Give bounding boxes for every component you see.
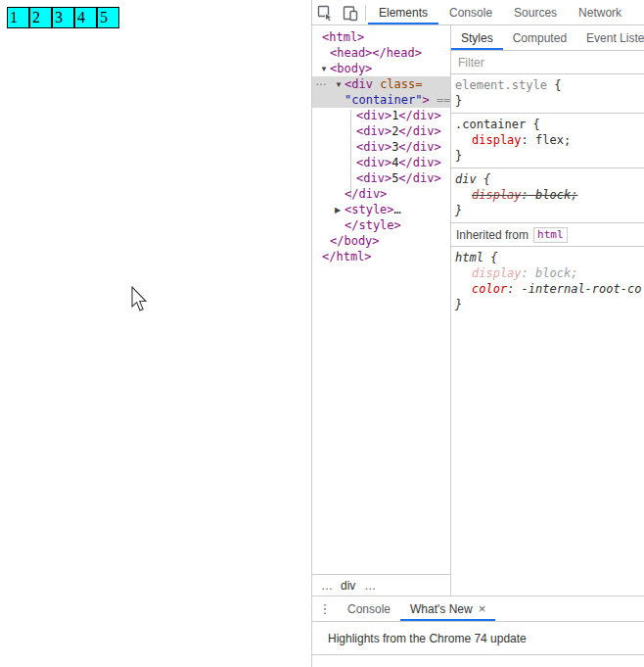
dom-token-tag: <div bbox=[345, 77, 380, 91]
drawer-tab-whats-new[interactable]: What's New × bbox=[400, 596, 495, 621]
dom-token-tag: <div> bbox=[356, 171, 391, 185]
tab-styles[interactable]: Styles bbox=[451, 25, 503, 50]
collapse-arrow-icon[interactable]: ▼ bbox=[320, 62, 330, 76]
mouse-cursor-icon bbox=[130, 286, 148, 312]
breadcrumb-node-div[interactable]: div bbox=[341, 579, 355, 593]
breadcrumb: … div … bbox=[312, 574, 450, 596]
dom-tree-row[interactable]: ▶<style>… bbox=[312, 202, 450, 217]
rule-div-user-agent[interactable]: div { display: block; } bbox=[451, 168, 644, 223]
dom-token-tag: </div> bbox=[345, 187, 387, 201]
css-declaration[interactable]: display: flex; bbox=[455, 132, 642, 148]
dom-token-tag: <div> bbox=[356, 156, 391, 169]
dom-tree: <html><head></head>▼<body>…▼<div class="… bbox=[312, 25, 450, 574]
inherited-from-bar: Inherited from html bbox=[451, 223, 644, 247]
dom-tree-row[interactable]: <div>5</div> bbox=[312, 170, 450, 186]
dom-token-tag: </div> bbox=[398, 140, 440, 154]
kebab-menu-icon[interactable]: ⋮ bbox=[312, 601, 338, 616]
dom-token-tag: <head></head> bbox=[330, 46, 422, 60]
elements-panel: <html><head></head>▼<body>…▼<div class="… bbox=[312, 25, 450, 596]
breadcrumb-ellipsis[interactable]: … bbox=[355, 579, 384, 593]
drawer-tab-console[interactable]: Console bbox=[338, 596, 400, 621]
css-selector: html bbox=[455, 251, 483, 264]
dom-token-tag: <html> bbox=[322, 30, 364, 44]
tab-event-listeners[interactable]: Event Listeners bbox=[576, 25, 644, 50]
flex-box-3: 3 bbox=[52, 7, 74, 28]
drawer: ⋮ Console What's New × Highlights from t… bbox=[312, 596, 644, 667]
tab-elements[interactable]: Elements bbox=[368, 0, 438, 24]
dom-token-tag: </style> bbox=[345, 218, 401, 232]
styles-filter-row bbox=[451, 51, 644, 74]
dom-tree-row[interactable]: "container"> == $0 bbox=[312, 92, 450, 108]
css-selector: element.style bbox=[455, 78, 547, 92]
dom-tree-row[interactable]: <head></head> bbox=[312, 45, 450, 61]
dom-token-tag: </html> bbox=[322, 250, 372, 263]
devtools-toolbar: Elements Console Sources Network bbox=[312, 0, 644, 25]
tab-network[interactable]: Network bbox=[568, 0, 632, 24]
css-selector: div bbox=[455, 172, 477, 186]
device-toolbar-icon[interactable] bbox=[338, 0, 363, 24]
dom-tree-row[interactable]: </style> bbox=[312, 217, 450, 233]
dom-token-tag: <body> bbox=[330, 62, 372, 75]
dom-token-tag: <div> bbox=[356, 124, 391, 138]
dom-tree-row[interactable]: ▼<body> bbox=[312, 61, 450, 76]
css-declaration-overridden[interactable]: display: block; bbox=[455, 187, 642, 203]
dom-tree-row[interactable]: <div>4</div> bbox=[312, 155, 450, 170]
close-icon[interactable]: × bbox=[479, 602, 486, 615]
dom-token-gray: == $0 bbox=[430, 93, 450, 107]
dom-token-tag: <style> bbox=[345, 203, 394, 216]
tab-sources[interactable]: Sources bbox=[503, 0, 568, 24]
rule-html-user-agent[interactable]: html { display: block; color: -internal-… bbox=[451, 247, 644, 316]
dom-token-tag: </div> bbox=[398, 124, 440, 138]
drawer-tab-bar: ⋮ Console What's New × bbox=[312, 596, 644, 622]
dom-token-tag: <div> bbox=[356, 109, 391, 122]
expand-arrow-icon[interactable]: ▶ bbox=[335, 203, 345, 217]
flex-box-5: 5 bbox=[97, 7, 119, 28]
dom-token-val: "container" bbox=[345, 93, 422, 107]
whats-new-header: Highlights from the Chrome 74 update bbox=[312, 622, 644, 655]
toolbar-separator bbox=[365, 5, 366, 21]
dom-tree-row[interactable]: </html> bbox=[312, 249, 450, 264]
css-selector: .container bbox=[455, 118, 526, 131]
devtools-main: <html><head></head>▼<body>…▼<div class="… bbox=[312, 25, 644, 596]
more-actions-icon[interactable]: … bbox=[315, 76, 326, 89]
styles-filter-input[interactable] bbox=[451, 56, 644, 70]
devtools-panel: Elements Console Sources Network <html><… bbox=[311, 0, 644, 667]
tab-console[interactable]: Console bbox=[438, 0, 503, 24]
rule-container[interactable]: .container { display: flex; } bbox=[451, 114, 644, 168]
flex-box-4: 4 bbox=[74, 7, 97, 28]
collapse-arrow-icon[interactable]: ▼ bbox=[335, 77, 345, 92]
dom-token-tag: > bbox=[422, 93, 429, 107]
flex-box-2: 2 bbox=[29, 7, 52, 28]
dom-tree-row[interactable]: </body> bbox=[312, 233, 450, 249]
dom-token-attr: class= bbox=[380, 77, 422, 91]
dom-token-tag: </div> bbox=[398, 171, 440, 185]
dom-tree-row[interactable]: <div>3</div> bbox=[312, 139, 450, 155]
flex-box-1: 1 bbox=[7, 7, 29, 28]
dom-token-tag: <div> bbox=[356, 140, 391, 154]
styles-sidebar: Styles Computed Event Listeners element.… bbox=[450, 25, 644, 596]
webpage-area: 1 2 3 4 5 bbox=[0, 0, 311, 667]
breadcrumb-ellipsis[interactable]: … bbox=[312, 579, 341, 593]
dom-token-tag: </body> bbox=[330, 234, 380, 248]
inspect-element-icon[interactable] bbox=[312, 0, 338, 24]
dom-tree-row[interactable]: <html> bbox=[312, 29, 450, 45]
sidebar-tabs: Styles Computed Event Listeners bbox=[451, 25, 644, 51]
rule-element-style[interactable]: element.style { } bbox=[451, 74, 644, 114]
css-declaration-faded[interactable]: display: block; bbox=[455, 265, 642, 281]
dom-token-plain: … bbox=[394, 203, 401, 216]
dom-token-tag: </div> bbox=[398, 156, 440, 169]
inherited-node-link[interactable]: html bbox=[533, 227, 568, 243]
flex-container: 1 2 3 4 5 bbox=[7, 7, 119, 28]
tab-computed[interactable]: Computed bbox=[503, 25, 576, 50]
dom-tree-row[interactable]: <div>1</div> bbox=[312, 108, 450, 123]
dom-tree-row[interactable]: …▼<div class= bbox=[312, 76, 450, 92]
css-declaration[interactable]: color: -internal-root-color bbox=[455, 281, 642, 297]
dom-tree-row[interactable]: <div>2</div> bbox=[312, 123, 450, 139]
dom-tree-row[interactable]: </div> bbox=[312, 186, 450, 202]
dom-token-tag: </div> bbox=[398, 109, 440, 122]
